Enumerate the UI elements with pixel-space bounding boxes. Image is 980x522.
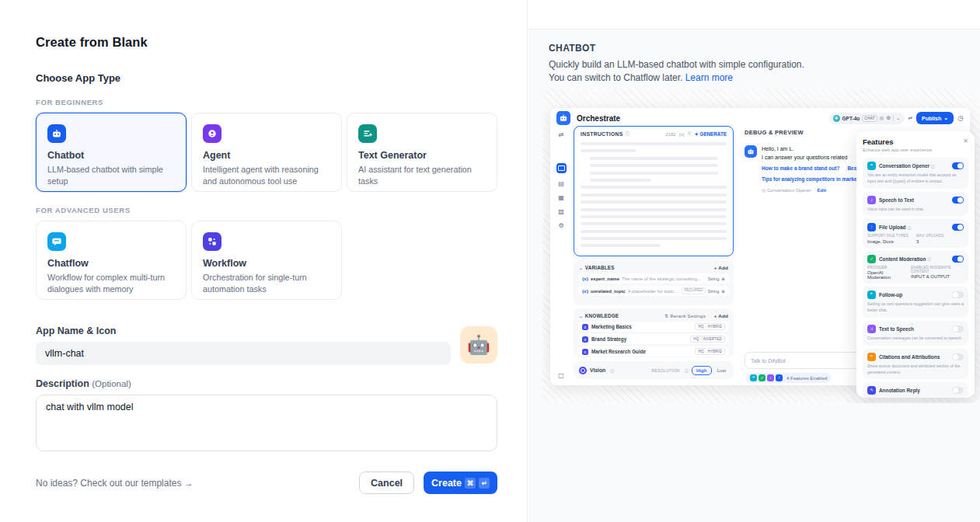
variable-settings-icon[interactable]: ⊕ — [721, 277, 725, 281]
suggested-question[interactable]: Tips for analyzing competitors in market — [762, 176, 859, 183]
file-upload-icon: ↑ — [776, 374, 783, 381]
model-provider-icon: ✻ — [833, 115, 840, 122]
variable-row[interactable]: {x} expert_name The name of the strategi… — [578, 273, 729, 284]
publish-button[interactable]: Publish⌄ — [916, 112, 954, 124]
info-icon: ⓘ — [685, 368, 689, 373]
placeholder-line — [581, 149, 636, 152]
exchange-icon[interactable]: ⇄ — [559, 131, 564, 138]
orchestrate-title: Orchestrate — [577, 114, 620, 123]
copy-icon[interactable]: ⎘ — [688, 131, 692, 137]
chevron-down-icon[interactable]: ⌄ — [579, 314, 583, 318]
card-desc: Intelligent agent with reasoning and aut… — [203, 164, 330, 186]
card-title: Chatbot — [47, 150, 175, 161]
info-icon: ⓘ — [927, 256, 931, 261]
features-panel: Features ✕ Enhance web app user experien… — [856, 131, 975, 398]
frame-icon[interactable]: ▢ — [550, 372, 572, 379]
card-chatflow[interactable]: Chatflow Workflow for complex multi-turn… — [36, 221, 187, 300]
learn-more-link[interactable]: Learn more — [685, 72, 733, 83]
variable-icon[interactable]: {x} — [679, 132, 685, 137]
right-pane-top-strip — [528, 0, 980, 30]
placeholder-line — [581, 244, 661, 247]
cancel-button[interactable]: Cancel — [359, 472, 414, 494]
add-variable-button[interactable]: + Add — [714, 265, 728, 270]
toggle[interactable] — [952, 224, 964, 231]
model-selector[interactable]: ✻ GPT-4o CHAT ◎ ⚙ ⌄ — [829, 113, 905, 124]
chatbot-preview-image: Orchestrate ✻ GPT-4o CHAT ◎ ⚙ ⌄ ⇄ Publis… — [542, 89, 980, 403]
features-enabled-badge[interactable]: ❝ ✓ ♪ ↑ 4 Features Enabled — [746, 373, 831, 383]
variables-panel: ⌄ VARIABLES + Add {x} expert_name The na… — [574, 260, 734, 305]
templates-link[interactable]: No ideas? Check out our templates → — [36, 478, 194, 489]
text-generator-icon — [358, 124, 377, 143]
resolution-low-button[interactable]: Low — [715, 367, 728, 374]
speech-to-text-icon: ♪ — [767, 374, 774, 381]
instructions-panel: INSTRUCTIONS ⓘ 2182 {x} ⎘ ✦ GENERATE — [574, 126, 734, 256]
card-agent[interactable]: Agent Intelligent agent with reasoning a… — [191, 113, 342, 192]
model-name: GPT-4o — [842, 116, 860, 121]
chatbot-icon — [47, 124, 66, 143]
card-workflow[interactable]: Workflow Orchestration for single-turn a… — [191, 221, 342, 300]
chevron-down-icon[interactable]: ⌄ — [579, 266, 583, 270]
generate-button[interactable]: ✦ GENERATE — [694, 131, 727, 137]
feature-card-speech-to-text: ♪ Speech to Text Voice input can be used… — [863, 192, 968, 217]
features-header: Features ✕ — [863, 137, 968, 146]
app-icon-picker[interactable]: 🤖 — [460, 326, 497, 364]
close-icon[interactable]: ✕ — [963, 137, 968, 144]
history-icon[interactable]: ◷ — [957, 114, 964, 122]
dataset-icon: ≡ — [582, 349, 588, 355]
toggle[interactable] — [952, 387, 964, 394]
chatflow-icon — [47, 232, 66, 251]
index-mode-tag: HQ · HYBRID — [695, 348, 725, 355]
variables-header: ⌄ VARIABLES + Add — [578, 264, 729, 273]
prompt-panel-icon[interactable] — [556, 163, 567, 173]
info-icon: ⓘ — [610, 368, 614, 373]
settings-icon[interactable]: ⚙ — [558, 222, 563, 229]
conversation-opener-row: ◎ Conversation Opener Edit — [762, 187, 859, 194]
rerank-settings-button[interactable]: ⇅ Rerank Settings — [664, 313, 706, 318]
card-desc: Orchestration for single-turn automation… — [203, 272, 330, 294]
chat-input[interactable] — [745, 352, 863, 369]
card-desc: Workflow for complex multi-turn dialogue… — [47, 272, 175, 294]
description-textarea[interactable]: chat with vllm model — [36, 395, 497, 451]
tune-icon[interactable]: ⇄ — [909, 115, 912, 121]
placeholder-line — [581, 215, 727, 218]
document-icon[interactable]: ▦ — [558, 194, 564, 201]
conversation-opener-icon: ❝ — [867, 162, 876, 170]
robot-emoji-icon: 🤖 — [467, 334, 490, 356]
card-text-generator[interactable]: Text Generator AI assistant for text gen… — [347, 113, 497, 192]
variable-row[interactable]: {x} unrelated_topic A placeholder for to… — [578, 286, 729, 296]
instructions-tools: 2182 {x} ⎘ ✦ GENERATE — [665, 131, 727, 137]
knowledge-row[interactable]: ≡ Brand Strategy HQ · INVERTED — [578, 334, 729, 344]
add-knowledge-button[interactable]: + Add — [714, 313, 728, 318]
variable-settings-icon[interactable]: ⊕ — [721, 289, 725, 294]
knowledge-header: ⌄ KNOWLEDGE ⇅ Rerank Settings + Add — [578, 312, 729, 322]
toggle[interactable] — [952, 291, 964, 298]
note-icon[interactable]: ▧ — [558, 208, 564, 215]
card-chatbot[interactable]: Chatbot LLM-based chatbot with simple se… — [36, 113, 187, 192]
edit-link[interactable]: Edit — [818, 188, 826, 193]
create-button-label: Create — [431, 478, 462, 489]
toggle[interactable] — [952, 325, 964, 332]
divider — [893, 115, 894, 121]
speech-to-text-icon: ♪ — [867, 196, 876, 204]
knowledge-row[interactable]: ≡ Marketing Basics HQ · HYBRID — [578, 322, 729, 332]
text-to-speech-icon: ♫ — [867, 325, 876, 333]
agent-icon — [203, 124, 221, 143]
app-name-input[interactable] — [36, 342, 451, 365]
create-button[interactable]: Create ⌘ ↵ — [424, 472, 497, 494]
knowledge-title: KNOWLEDGE — [585, 313, 619, 318]
resolution-high-button[interactable]: High — [692, 366, 712, 375]
bot-avatar — [745, 145, 757, 158]
image-icon[interactable]: ▤ — [558, 180, 564, 187]
toggle[interactable] — [952, 256, 964, 263]
suggested-question[interactable]: How to make a brand stand out?Bes — [762, 165, 859, 172]
toggle[interactable] — [952, 353, 964, 360]
feature-card-follow-up: ❞ Follow-up Setting up next questions su… — [863, 287, 968, 318]
toggle[interactable] — [952, 162, 964, 169]
header-right-cluster: ✻ GPT-4o CHAT ◎ ⚙ ⌄ ⇄ Publish⌄ ◷ — [829, 112, 964, 124]
knowledge-row[interactable]: ≡ Market Research Guide HQ · HYBRID — [578, 346, 729, 357]
optional-label: (Optional) — [92, 379, 131, 388]
gear-icon: ⚙ — [886, 115, 891, 121]
toggle[interactable] — [952, 197, 964, 204]
placeholder-line — [590, 179, 651, 182]
placeholder-line — [590, 164, 718, 167]
